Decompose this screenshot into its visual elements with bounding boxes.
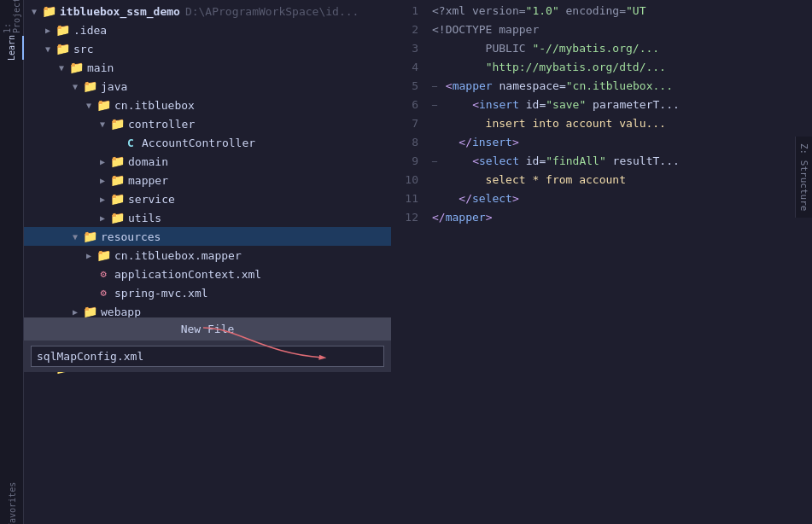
tree-label-account-controller: AccountController	[142, 137, 255, 149]
tree-path-root: D:\AProgramWorkSpace\id...	[185, 5, 359, 18]
folder-icon-java: 📁	[82, 79, 97, 94]
tree-item-cn-itbluebox[interactable]: 📁 cn.itbluebox	[24, 96, 391, 114]
tree-arrow-java	[68, 82, 82, 91]
new-file-dialog-title: New File	[24, 317, 391, 341]
tree-label-domain: domain	[128, 155, 168, 168]
folder-icon-mapper: 📁	[109, 172, 125, 188]
tree-item-idea[interactable]: 📁 .idea	[24, 20, 391, 39]
code-line-4: "http://mybatis.org/dtd/...	[432, 58, 812, 77]
file-tree-panel: 📁 itbluebox_ssm_demo D:\AProgramWorkSpac…	[24, 0, 391, 524]
code-line-8: </insert>	[432, 133, 812, 152]
tree-label-service: service	[128, 193, 175, 206]
tree-label-app-context: applicationContext.xml	[114, 268, 261, 281]
tree-item-root[interactable]: 📁 itbluebox_ssm_demo D:\AProgramWorkSpac…	[24, 2, 391, 20]
tree-label-controller: controller	[128, 118, 195, 131]
folder-icon-main: 📁	[68, 60, 84, 75]
folder-icon-root: 📁	[41, 3, 56, 19]
tree-arrow-service	[96, 195, 109, 204]
folder-icon-cn-itbluebox: 📁	[96, 97, 111, 113]
tree-label-webapp: webapp	[101, 306, 141, 318]
code-line-11: </select>	[432, 189, 812, 208]
tree-item-controller[interactable]: 📁 controller	[24, 114, 391, 133]
tree-item-main[interactable]: 📁 main	[24, 58, 391, 77]
tree-arrow-cn-mapper	[82, 251, 96, 260]
tree-label-cn-itbluebox: cn.itbluebox	[114, 99, 195, 112]
folder-icon-service: 📁	[109, 191, 125, 207]
tree-arrow-idea	[41, 26, 55, 35]
tree-arrow-utils	[96, 213, 109, 223]
tree-label-root: itbluebox_ssm_demo	[60, 5, 180, 18]
folder-icon-cn-mapper: 📁	[96, 247, 111, 263]
tree-label-idea: .idea	[73, 24, 107, 37]
tree-arrow-resources	[68, 232, 82, 242]
tree-item-resources[interactable]: 📁 resources	[24, 227, 391, 246]
tree-arrow-controller	[96, 119, 109, 129]
tree-arrow-mapper	[96, 176, 109, 185]
tree-label-main: main	[87, 61, 114, 74]
editor-area: 1 2 3 4 5 6 7 8 9 10 11 12 <?xml version…	[391, 0, 812, 524]
tree-item-app-context[interactable]: ⚙ applicationContext.xml	[24, 265, 391, 283]
code-line-1: <?xml version="1.0" encoding="UT	[432, 2, 812, 20]
folder-icon-idea: 📁	[55, 22, 70, 38]
sidebar-icons-panel: 1: Project Learn Favorites	[0, 0, 24, 524]
tree-item-src[interactable]: 📁 src	[24, 39, 391, 58]
sidebar-icon-learn[interactable]: Learn	[0, 36, 24, 60]
sidebar-icon-project[interactable]: 1: Project	[0, 3, 24, 27]
code-content[interactable]: <?xml version="1.0" encoding="UT <!DOCTY…	[425, 0, 812, 524]
code-line-10: select * from account	[432, 171, 812, 189]
folder-icon-src: 📁	[55, 41, 70, 56]
code-line-12: </mapper>	[432, 208, 812, 227]
tree-label-src: src	[73, 43, 93, 55]
code-line-3: PUBLIC "-//mybatis.org/...	[432, 39, 812, 58]
folder-icon-domain: 📁	[109, 154, 125, 169]
tree-arrow-main	[55, 63, 68, 73]
folder-icon-utils: 📁	[109, 210, 125, 225]
controller-icon: C	[123, 135, 138, 150]
code-line-7: insert into account valu...	[432, 114, 812, 133]
folder-icon-controller: 📁	[109, 116, 125, 131]
tree-label-cn-mapper: cn.itbluebox.mapper	[114, 249, 242, 262]
tree-item-cn-mapper[interactable]: 📁 cn.itbluebox.mapper	[24, 246, 391, 265]
xml-icon-app: ⚙	[96, 266, 111, 282]
tree-arrow-domain	[96, 157, 109, 166]
tree-label-java: java	[101, 80, 127, 93]
code-line-6: ─ <insert id="save" parameterT...	[432, 96, 812, 114]
tree-label-mapper: mapper	[128, 174, 168, 187]
new-file-input-row	[24, 341, 391, 372]
tree-arrow-webapp	[68, 307, 82, 317]
tree-item-java[interactable]: 📁 java	[24, 77, 391, 96]
xml-icon-spring: ⚙	[96, 285, 111, 300]
tree-item-account-controller[interactable]: C AccountController	[24, 133, 391, 152]
tree-arrow-src	[41, 44, 55, 54]
new-file-input[interactable]	[31, 346, 384, 367]
tree-item-service[interactable]: 📁 service	[24, 189, 391, 208]
code-line-2: <!DOCTYPE mapper	[432, 20, 812, 39]
tree-arrow-root	[27, 7, 41, 16]
tree-item-utils[interactable]: 📁 utils	[24, 208, 391, 227]
tree-item-domain[interactable]: 📁 domain	[24, 152, 391, 171]
folder-icon-resources: 📁	[82, 229, 97, 244]
tree-label-resources: resources	[101, 230, 161, 243]
sidebar-icon-favorites[interactable]: Favorites	[0, 493, 24, 517]
new-file-dialog: New File	[24, 317, 391, 372]
code-line-5: ─ <mapper namespace="cn.itbluebox...	[432, 77, 812, 96]
code-line-9: ─ <select id="findAll" resultT...	[432, 152, 812, 171]
tree-item-mapper[interactable]: 📁 mapper	[24, 171, 391, 189]
code-view: 1 2 3 4 5 6 7 8 9 10 11 12 <?xml version…	[391, 0, 812, 524]
tree-label-utils: utils	[128, 212, 161, 224]
tree-arrow-cn-itbluebox	[82, 101, 96, 110]
structure-tab[interactable]: Z: Structure	[795, 137, 812, 218]
line-numbers: 1 2 3 4 5 6 7 8 9 10 11 12	[391, 0, 425, 524]
tree-item-spring-mvc[interactable]: ⚙ spring-mvc.xml	[24, 283, 391, 302]
tree-label-spring-mvc: spring-mvc.xml	[114, 287, 208, 300]
